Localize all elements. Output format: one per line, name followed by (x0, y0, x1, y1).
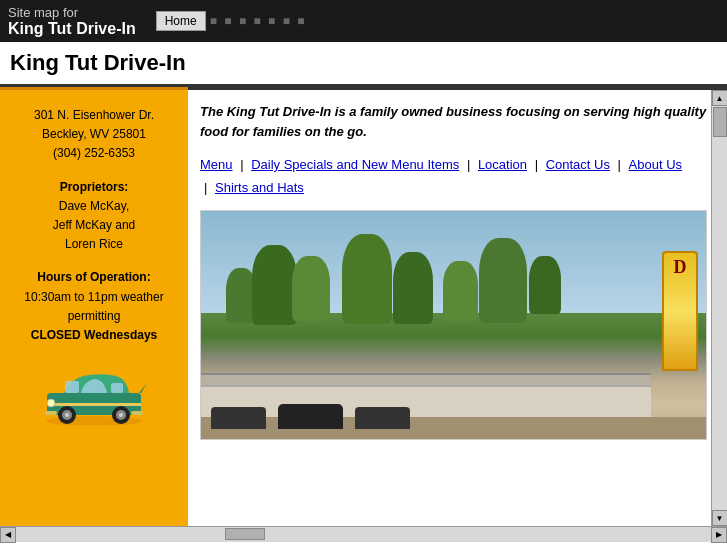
proprietors-label: Proprietors: (60, 180, 129, 194)
svg-point-13 (47, 399, 55, 407)
vertical-scrollbar[interactable]: ▲ ▼ (711, 90, 727, 526)
svg-point-11 (65, 413, 69, 417)
daily-specials-link[interactable]: Daily Specials and New Menu Items (251, 157, 459, 172)
nav-dots: ■ ■ ■ ■ ■ ■ ■ (210, 14, 307, 28)
horizontal-scrollbar[interactable]: ◀ ▶ (0, 526, 727, 542)
shirts-hats-link[interactable]: Shirts and Hats (215, 180, 304, 195)
scroll-thumb[interactable] (713, 107, 727, 137)
contact-us-link[interactable]: Contact Us (546, 157, 610, 172)
scroll-left-btn[interactable]: ◀ (0, 527, 16, 543)
about-us-link[interactable]: About Us (629, 157, 682, 172)
intro-text: The King Tut Drive-In is a family owned … (200, 102, 707, 141)
site-title-top: King Tut Drive-In (8, 20, 136, 38)
svg-rect-5 (45, 411, 57, 415)
topbar: Site map for King Tut Drive-In Home ■ ■ … (0, 0, 727, 42)
home-link[interactable]: Home (156, 11, 206, 31)
scroll-right-btn[interactable]: ▶ (711, 527, 727, 543)
car1 (211, 407, 266, 429)
car3 (355, 407, 410, 429)
scroll-up-btn[interactable]: ▲ (712, 90, 728, 106)
address: 301 N. Eisenhower Dr. Beckley, WV 25801 … (34, 106, 154, 164)
hours-label: Hours of Operation: (37, 270, 150, 284)
sitemap-info: Site map for King Tut Drive-In (8, 5, 136, 38)
svg-rect-3 (111, 383, 123, 393)
scroll-track[interactable] (712, 106, 727, 510)
proprietor2: Jeff McKay and (53, 218, 136, 232)
hscroll-track[interactable] (16, 527, 711, 542)
scroll-down-btn[interactable]: ▼ (712, 510, 728, 526)
nav-links-main: Menu | Daily Specials and New Menu Items… (200, 153, 707, 200)
address-line2: Beckley, WV 25801 (42, 127, 146, 141)
hours: Hours of Operation: 10:30am to 11pm weat… (10, 268, 178, 345)
address-line1: 301 N. Eisenhower Dr. (34, 108, 154, 122)
hours-detail: 10:30am to 11pm weather permitting (24, 290, 163, 323)
sidebar: 301 N. Eisenhower Dr. Beckley, WV 25801 … (0, 87, 188, 526)
hscroll-thumb[interactable] (225, 528, 265, 540)
proprietor3: Loren Rice (65, 237, 123, 251)
page-title-bar: King Tut Drive-In (0, 42, 727, 87)
phone: (304) 252-6353 (53, 146, 135, 160)
car2 (278, 404, 343, 429)
svg-rect-6 (131, 411, 143, 415)
svg-rect-2 (65, 381, 79, 393)
proprietor1: Dave McKay, (59, 199, 129, 213)
page-title: King Tut Drive-In (10, 50, 717, 76)
content-area: The King Tut Drive-In is a family owned … (188, 87, 727, 526)
main-content: 301 N. Eisenhower Dr. Beckley, WV 25801 … (0, 87, 727, 526)
menu-link[interactable]: Menu (200, 157, 233, 172)
svg-rect-4 (47, 403, 141, 406)
svg-point-12 (119, 413, 123, 417)
location-link[interactable]: Location (478, 157, 527, 172)
sitemap-label: Site map for (8, 5, 136, 20)
hours-closed: CLOSED Wednesdays (31, 328, 157, 342)
top-nav: Home ■ ■ ■ ■ ■ ■ ■ (156, 11, 307, 31)
parked-cars (211, 394, 656, 429)
proprietors: Proprietors: Dave McKay, Jeff McKay and … (53, 178, 136, 255)
photo-area: D (200, 210, 707, 440)
car-illustration (39, 365, 149, 425)
drive-in-sign: D (662, 251, 698, 371)
